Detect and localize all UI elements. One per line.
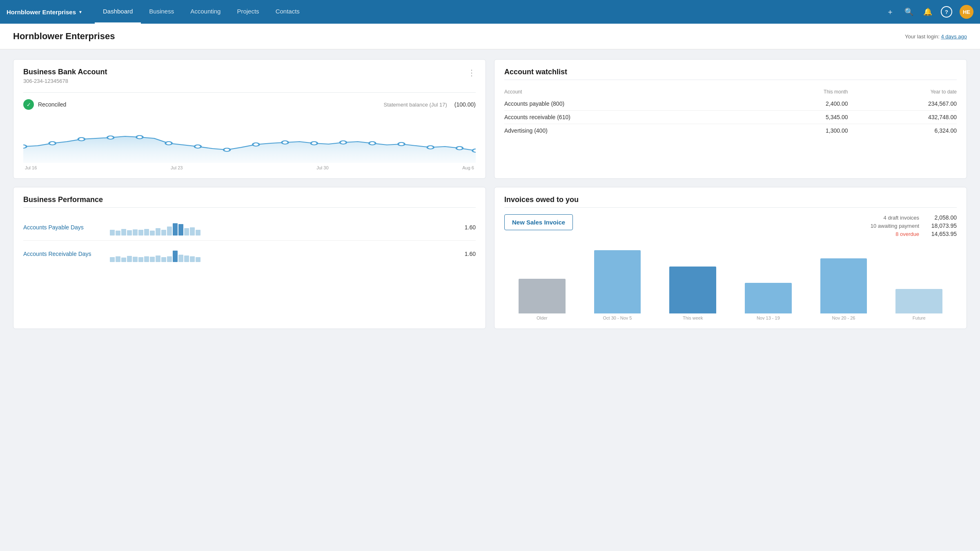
nav-item-business[interactable]: Business [141,0,182,24]
invoice-stat-value-1: 2,058.00 [924,214,957,221]
bar-group-oct30: Oct 30 - Nov 5 [581,250,654,320]
nav-items: Dashboard Business Accounting Projects C… [95,0,884,24]
last-login: Your last login: 4 days ago [905,33,967,40]
perf-bar [144,256,149,262]
nav-brand[interactable]: Hornblower Enterprises ▼ [7,9,82,16]
svg-point-12 [369,142,376,145]
help-icon[interactable]: ? [941,6,952,18]
svg-point-2 [78,138,85,141]
watchlist-table: Account This month Year to date Accounts… [504,87,957,137]
perf-bar [133,257,138,262]
watchlist-row1-month: 2,400.00 [756,97,848,111]
svg-point-13 [398,142,405,146]
svg-point-15 [457,147,463,150]
svg-point-1 [49,142,56,145]
perf-bar [196,257,200,262]
perf-row-1: Accounts Payable Days 1.60 [23,214,476,241]
nav-item-accounting[interactable]: Accounting [182,0,229,24]
bank-account-card: Business Bank Account 306-234-12345678 ⋮… [13,59,486,179]
invoice-top-section: New Sales Invoice 4 draft invoices 2,058… [504,214,957,239]
svg-point-11 [340,141,347,144]
perf-bar [167,227,172,236]
perf-bar [127,230,132,236]
search-icon[interactable]: 🔍 [903,6,915,18]
user-avatar[interactable]: HE [960,5,973,19]
bank-account-title: Business Bank Account [23,68,107,76]
perf-bar [161,230,166,236]
invoices-owed-card: Invoices owed to you New Sales Invoice 4… [494,187,967,329]
last-login-label: Your last login: [905,33,940,40]
bar-label-nov20: Nov 20 - 26 [832,315,855,320]
perf-bar [190,227,195,236]
invoices-title: Invoices owed to you [504,196,957,204]
bar-group-this-week: This week [657,267,729,320]
bank-account-number: 306-234-12345678 [23,78,107,84]
nav-item-dashboard[interactable]: Dashboard [95,0,141,24]
notifications-icon[interactable]: 🔔 [922,6,933,18]
bar-label-this-week: This week [683,315,703,320]
perf-bar [121,258,126,262]
invoice-stat-label-overdue: 8 overdue [895,231,919,237]
perf-bar [173,251,178,262]
top-navigation: Hornblower Enterprises ▼ Dashboard Busin… [0,0,980,24]
new-sales-invoice-button[interactable]: New Sales Invoice [504,214,573,230]
bar-label-older: Older [537,315,548,320]
perf-bar [178,224,183,236]
watchlist-row2-account: Accounts receivable (610) [504,111,756,124]
invoice-stat-value-2: 18,073.95 [924,222,957,229]
nav-item-contacts[interactable]: Contacts [267,0,308,24]
bank-header: Business Bank Account 306-234-12345678 ⋮ [23,68,476,89]
perf-value-1: 1.60 [459,224,476,231]
perf-bar [190,256,195,262]
watchlist-row1-account: Accounts payable (800) [504,97,756,111]
perf-bar [161,257,166,262]
bar-oct30 [594,250,641,313]
svg-point-9 [282,141,288,144]
reconciled-icon: ✓ [23,99,34,110]
perf-bar [156,256,160,262]
svg-point-10 [311,142,317,145]
bank-divider [23,92,476,93]
main-content: Business Bank Account 306-234-12345678 ⋮… [0,49,980,339]
invoice-stat-label-2: 10 awaiting payment [871,223,919,229]
perf-bar [121,229,126,236]
account-watchlist-card: Account watchlist Account This month Yea… [494,59,967,179]
chart-label-1: Jul 16 [25,165,37,170]
table-row: Accounts payable (800) 2,400.00 234,567.… [504,97,957,111]
bar-this-week [669,267,716,313]
svg-point-6 [194,145,201,148]
reconciled-row: ✓ Reconciled Statement balance (Jul 17) … [23,99,476,110]
watchlist-row2-ytd: 432,748.00 [848,111,957,124]
svg-point-4 [136,136,143,139]
perf-bar [144,229,149,236]
bar-nov20 [820,258,867,313]
invoice-stat-label-1: 4 draft invoices [884,215,919,221]
perf-bar [184,228,189,236]
invoice-stat-row-2: 10 awaiting payment 18,073.95 [583,222,957,229]
svg-point-0 [23,145,27,148]
perf-row-2: Accounts Receivable Days 1.60 [23,241,476,267]
add-icon[interactable]: ＋ [884,6,896,18]
svg-point-5 [165,142,172,145]
perf-bar [138,257,143,262]
invoices-divider [504,207,957,208]
watchlist-col-ytd: Year to date [848,87,957,97]
perf-label-1[interactable]: Accounts Payable Days [23,224,105,231]
brand-name: Hornblower Enterprises [7,9,76,16]
invoice-bar-chart: Older Oct 30 - Nov 5 This week Nov 13 - … [504,247,957,320]
bar-older [519,279,566,313]
watchlist-title: Account watchlist [504,68,957,76]
svg-point-8 [253,143,259,146]
svg-point-7 [224,148,230,151]
bar-nov13 [745,283,792,313]
perf-label-2[interactable]: Accounts Receivable Days [23,251,105,257]
perf-bar [156,228,160,236]
watchlist-row1-ytd: 234,567.00 [848,97,957,111]
bank-more-icon[interactable]: ⋮ [468,68,476,78]
invoice-stats: 4 draft invoices 2,058.00 10 awaiting pa… [583,214,957,239]
bar-future [895,289,942,313]
last-login-link[interactable]: 4 days ago [941,33,967,40]
nav-item-projects[interactable]: Projects [229,0,267,24]
svg-point-3 [107,136,114,139]
bank-line-chart [23,114,476,163]
